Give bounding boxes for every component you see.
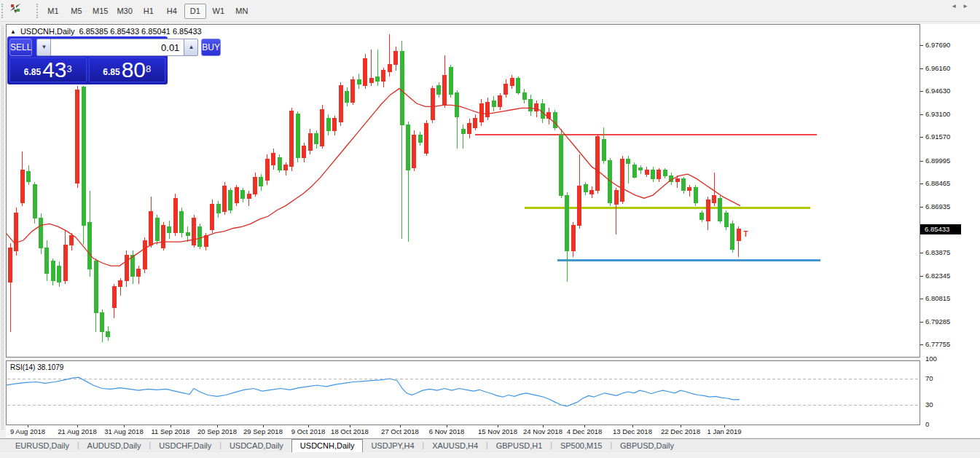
buy-price-pip: 8 bbox=[146, 58, 151, 80]
chart-tab-eurusd[interactable]: EURUSD,Daily bbox=[7, 439, 77, 452]
price-axis-tick bbox=[920, 137, 923, 138]
chart-tab-audusd[interactable]: AUDUSD,Daily bbox=[79, 439, 149, 452]
one-click-trading-panel: SELL ▼ ▲ BUY 6.85 43 3 6.85 80 8 bbox=[7, 36, 168, 84]
trade-marker: T bbox=[744, 230, 748, 238]
price-axis-tick bbox=[920, 253, 923, 253]
timeframe-button-m5[interactable]: M5 bbox=[66, 4, 87, 19]
chart-header: ▲ USDCNH,Daily 6.85385 6.85433 6.85041 6… bbox=[10, 27, 202, 36]
price-axis-label: 6.83875 bbox=[925, 248, 950, 256]
sell-price-pip: 3 bbox=[67, 58, 72, 80]
time-axis-label: 9 Oct 2018 bbox=[291, 427, 325, 435]
rsi-chart-canvas[interactable] bbox=[7, 361, 920, 425]
time-axis-label: 22 Dec 2018 bbox=[661, 427, 700, 435]
volume-decrease-button[interactable]: ▼ bbox=[36, 39, 51, 56]
price-axis-tick bbox=[920, 183, 923, 184]
chart-symbol-period: USDCNH,Daily bbox=[20, 27, 75, 36]
time-axis-label: 13 Dec 2018 bbox=[613, 427, 652, 435]
price-axis-label: 6.80815 bbox=[925, 294, 950, 302]
price-axis-tick bbox=[920, 207, 923, 208]
time-axis-label: 29 Sep 2018 bbox=[243, 427, 283, 435]
price-axis-label: 6.88465 bbox=[925, 179, 950, 187]
time-axis-label: 24 Nov 2018 bbox=[523, 427, 562, 435]
time-axis-label: 31 Aug 2018 bbox=[104, 427, 143, 435]
sell-price-big: 43 bbox=[42, 60, 66, 80]
time-axis-label: 15 Nov 2018 bbox=[478, 427, 517, 435]
mt4-window: ▾ M1M5M15M30H1H4D1W1MN T ▲ USDCNH,Daily … bbox=[0, 0, 980, 458]
toolbar-grip[interactable] bbox=[1, 4, 4, 18]
timeframe-button-m30[interactable]: M30 bbox=[113, 4, 136, 19]
rsi-label: RSI(14) 38.1079 bbox=[10, 363, 63, 371]
time-axis-label: 21 Aug 2018 bbox=[58, 427, 96, 435]
tab-scroll-left-icon[interactable]: ◄ bbox=[951, 3, 963, 9]
spinner-down-icon: ▼ bbox=[41, 44, 47, 50]
volume-input[interactable] bbox=[51, 39, 184, 56]
time-axis-label: 1 Jan 2019 bbox=[707, 427, 741, 435]
time-axis-label: 20 Sep 2018 bbox=[197, 427, 237, 435]
time-axis[interactable]: 9 Aug 201821 Aug 201831 Aug 201811 Sep 2… bbox=[6, 425, 920, 438]
price-axis-label: 6.77755 bbox=[925, 340, 950, 348]
time-axis-label: 6 Nov 2018 bbox=[429, 427, 465, 435]
timeframe-buttons: M1M5M15M30H1H4D1W1MN bbox=[42, 2, 253, 20]
timeframe-button-h4[interactable]: H4 bbox=[161, 4, 183, 19]
price-axis-tick bbox=[920, 161, 923, 162]
price-axis-label: 6.91570 bbox=[925, 133, 950, 141]
rsi-axis-label: 70 bbox=[925, 374, 933, 382]
chart-tab-gbpusd[interactable]: GBPUSD,Daily bbox=[612, 439, 682, 452]
sell-price-prefix: 6.85 bbox=[24, 64, 41, 80]
chart-tab-xauusd[interactable]: XAUUSD,H4 bbox=[424, 439, 486, 452]
chart-tab-usdcnh[interactable]: USDCNH,Daily bbox=[291, 439, 364, 452]
price-axis-label: 6.89995 bbox=[925, 157, 950, 165]
timeframe-button-w1[interactable]: W1 bbox=[208, 4, 230, 19]
price-axis-tick bbox=[920, 45, 923, 46]
timeframe-button-m15[interactable]: M15 bbox=[89, 4, 111, 19]
volume-increase-button[interactable]: ▲ bbox=[184, 39, 198, 56]
buy-price-prefix: 6.85 bbox=[103, 64, 119, 80]
timeframe-button-d1[interactable]: D1 bbox=[184, 4, 206, 19]
price-axis-tick bbox=[920, 299, 923, 299]
timeframe-toolbar: ▾ M1M5M15M30H1H4D1W1MN bbox=[0, 0, 980, 22]
price-axis-label: 6.79285 bbox=[925, 317, 950, 325]
chart-ohlc-values: 6.85385 6.85433 6.85041 6.85433 bbox=[79, 27, 201, 36]
chart-tab-bar: EURUSD,Daily|AUDUSD,Daily|USDCHF,Daily|U… bbox=[0, 438, 980, 452]
price-axis-label: 6.82345 bbox=[925, 272, 950, 280]
rsi-axis-label: 30 bbox=[925, 400, 933, 408]
chart-tools-button[interactable]: ▾ bbox=[9, 6, 20, 16]
buy-price-big: 80 bbox=[122, 60, 146, 80]
chart-tab-usdchf[interactable]: USDCHF,Daily bbox=[151, 439, 219, 452]
chart-tab-sp500[interactable]: SP500,M15 bbox=[552, 439, 610, 452]
timeframe-button-mn[interactable]: MN bbox=[231, 4, 253, 19]
timeframe-button-m1[interactable]: M1 bbox=[42, 4, 64, 19]
window-splitter-left[interactable] bbox=[0, 23, 6, 452]
quote-panel-collapse-icon[interactable]: ▲ bbox=[10, 28, 16, 35]
price-axis-label: 6.93100 bbox=[925, 110, 950, 118]
rsi-axis-label: 100 bbox=[925, 355, 937, 363]
price-axis-tick bbox=[920, 114, 923, 115]
price-axis-tick bbox=[920, 322, 923, 323]
price-axis-label: 6.94630 bbox=[925, 87, 950, 95]
price-axis-label: 6.96160 bbox=[925, 64, 950, 72]
tab-scroll-arrows: ◄► bbox=[951, 3, 974, 9]
price-axis-tick bbox=[920, 276, 923, 277]
current-price-tag: 6.85433 bbox=[920, 224, 961, 234]
price-axis-tick bbox=[920, 68, 923, 69]
chart-tools-icon bbox=[9, 2, 22, 13]
time-axis-label: 4 Dec 2018 bbox=[567, 427, 603, 435]
time-axis-label: 11 Sep 2018 bbox=[151, 427, 189, 435]
buy-price-box[interactable]: 6.85 80 8 bbox=[89, 58, 166, 82]
sell-price-box[interactable]: 6.85 43 3 bbox=[9, 58, 87, 82]
rsi-axis-label: 0 bbox=[925, 420, 929, 428]
price-axis-label: 6.86935 bbox=[925, 202, 950, 210]
chart-tab-gbpusd[interactable]: GBPUSD,H1 bbox=[488, 439, 551, 452]
price-axis-tick bbox=[920, 91, 923, 92]
time-axis-label: 18 Oct 2018 bbox=[331, 427, 369, 435]
tab-scroll-right-icon[interactable]: ► bbox=[963, 3, 974, 9]
toolbar-grip[interactable] bbox=[36, 4, 39, 18]
time-axis-label: 27 Oct 2018 bbox=[381, 427, 419, 435]
chart-tab-usdcad[interactable]: USDCAD,Daily bbox=[222, 439, 291, 452]
timeframe-button-h1[interactable]: H1 bbox=[138, 4, 160, 19]
sell-button[interactable]: SELL bbox=[9, 39, 32, 56]
price-axis[interactable]: 6.976906.961606.946306.931006.915706.899… bbox=[920, 24, 980, 438]
chart-tab-usdjpy[interactable]: USDJPY,H4 bbox=[363, 439, 422, 452]
buy-button[interactable]: BUY bbox=[201, 39, 221, 56]
time-axis-label: 9 Aug 2018 bbox=[10, 427, 45, 435]
